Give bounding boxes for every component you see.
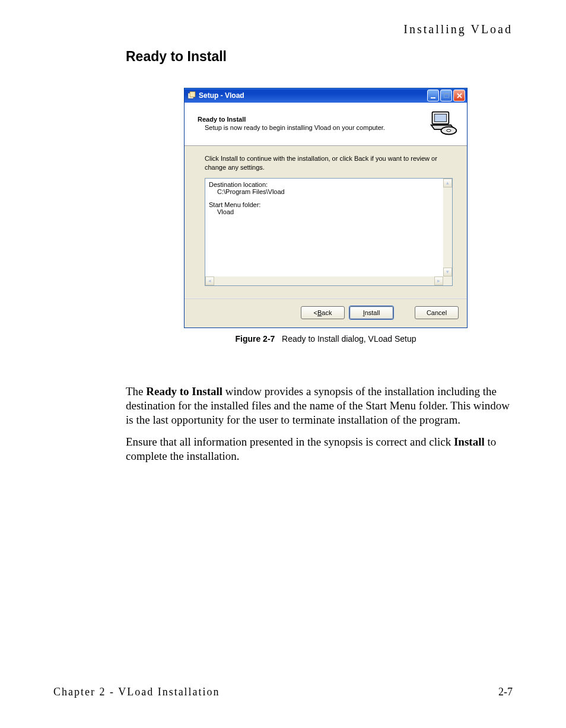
minimize-button[interactable] xyxy=(427,90,439,101)
vertical-scrollbar[interactable]: ▴ ▾ xyxy=(443,179,452,276)
scroll-left-icon[interactable]: ◂ xyxy=(205,276,214,285)
svg-rect-3 xyxy=(434,114,446,122)
start-label: Start Menu folder: xyxy=(209,201,442,208)
summary-content: Destination location: C:\Program Files\V… xyxy=(205,179,443,276)
page-header: Installing VLoad xyxy=(403,23,513,36)
svg-point-5 xyxy=(447,129,451,132)
body-text: The Ready to Install window provides a s… xyxy=(126,384,511,472)
instruction-text: Click Install to continue with the insta… xyxy=(205,154,453,172)
window-buttons: ✕ xyxy=(427,90,465,101)
back-button[interactable]: < Back xyxy=(301,306,345,319)
header-panel: Ready to Install Setup is now ready to b… xyxy=(185,103,467,146)
installer-icon xyxy=(187,91,196,100)
horizontal-scrollbar[interactable]: ◂ ▸ xyxy=(205,276,443,285)
header-title: Ready to Install xyxy=(198,116,423,123)
close-button[interactable]: ✕ xyxy=(453,90,465,101)
dest-value: C:\Program Files\Vload xyxy=(217,188,442,195)
dest-label: Destination location: xyxy=(209,181,442,188)
scroll-right-icon[interactable]: ▸ xyxy=(434,276,443,285)
installer-window: Setup - Vload ✕ Ready to Install Setup i… xyxy=(184,88,468,328)
figure-label: Figure 2-7 xyxy=(235,334,275,344)
install-button[interactable]: Install xyxy=(349,306,393,319)
start-value: Vload xyxy=(217,208,442,215)
maximize-button xyxy=(440,90,452,101)
footer-page-number: 2-7 xyxy=(498,686,513,698)
svg-rect-1 xyxy=(190,92,195,97)
section-heading: Ready to Install xyxy=(126,49,227,65)
figure-wrap: Setup - Vload ✕ Ready to Install Setup i… xyxy=(184,88,468,344)
figure-caption: Figure 2-7 Ready to Install dialog, VLoa… xyxy=(184,334,468,344)
paragraph-2: Ensure that all information presented in… xyxy=(126,435,511,463)
computer-disc-icon xyxy=(429,109,459,138)
scroll-down-icon[interactable]: ▾ xyxy=(443,268,452,276)
footer-panel: < Back Install Cancel xyxy=(185,299,467,328)
footer-chapter: Chapter 2 - VLoad Installation xyxy=(53,686,220,698)
paragraph-1: The Ready to Install window provides a s… xyxy=(126,384,511,427)
figure-caption-text: Ready to Install dialog, VLoad Setup xyxy=(282,334,416,344)
window-title: Setup - Vload xyxy=(199,91,427,100)
summary-textbox: Destination location: C:\Program Files\V… xyxy=(205,178,453,286)
scroll-up-icon[interactable]: ▴ xyxy=(443,179,452,187)
cancel-button[interactable]: Cancel xyxy=(415,306,459,319)
titlebar: Setup - Vload ✕ xyxy=(185,88,467,103)
body-panel: Click Install to continue with the insta… xyxy=(185,146,467,290)
scroll-corner xyxy=(443,276,452,285)
header-subtitle: Setup is now ready to begin installing V… xyxy=(205,124,423,131)
